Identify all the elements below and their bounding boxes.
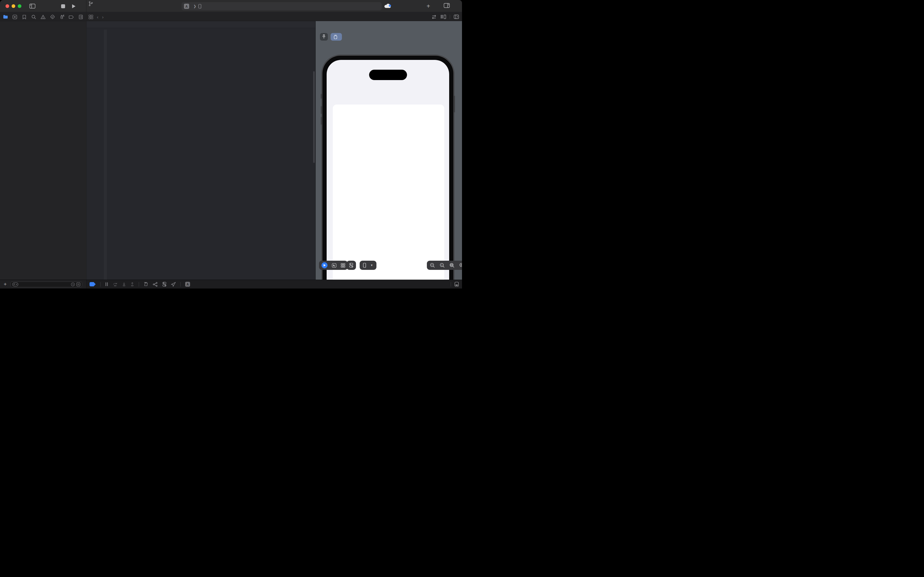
- app-icon: A: [184, 4, 189, 9]
- navigator-filter-bar: +: [0, 280, 87, 288]
- project-navigator-icon[interactable]: [3, 15, 8, 19]
- variants-preview-button[interactable]: [341, 263, 345, 268]
- find-navigator-icon[interactable]: [31, 15, 36, 19]
- tab-overview-icon[interactable]: [87, 13, 95, 21]
- minimize-window-button[interactable]: [11, 4, 15, 8]
- scheme-bar[interactable]: A ❯: [182, 2, 382, 10]
- navigator-strip: [0, 13, 87, 21]
- code-editor[interactable]: [87, 28, 316, 280]
- zoom-window-button[interactable]: [18, 4, 21, 8]
- phone-volume-up-button: [321, 106, 322, 114]
- add-editor-icon[interactable]: [454, 15, 459, 19]
- window-title-group: [89, 1, 95, 6]
- phone-side-button: [454, 96, 455, 113]
- forward-button[interactable]: ›: [100, 13, 105, 21]
- code-folding-ribbon: [104, 30, 107, 280]
- add-file-button[interactable]: +: [4, 281, 7, 287]
- editor-options-icon[interactable]: [440, 15, 446, 19]
- filter-field[interactable]: [10, 282, 82, 287]
- navtab-row: ‹ ›: [0, 13, 462, 21]
- recent-files-icon: [71, 282, 75, 286]
- run-button[interactable]: [72, 4, 76, 8]
- environment-overrides-button[interactable]: [162, 282, 167, 287]
- toggle-inspector-icon[interactable]: [444, 3, 450, 8]
- phone-icon: [363, 263, 366, 268]
- step-out-button[interactable]: [130, 282, 134, 286]
- dynamic-island: [369, 70, 407, 80]
- changes-navigator-icon[interactable]: [13, 15, 18, 19]
- toolbar: A ❯ +: [0, 0, 462, 12]
- tab-right-controls: [431, 13, 462, 21]
- zoom-in-button[interactable]: [459, 263, 462, 268]
- status-bar: + A: [0, 280, 462, 288]
- close-window-button[interactable]: [5, 4, 9, 8]
- chevron-down-icon: ▼: [370, 264, 373, 267]
- bookmarks-navigator-icon[interactable]: [22, 15, 27, 19]
- step-over-button[interactable]: [113, 282, 118, 286]
- editor-scrollbar[interactable]: [313, 71, 315, 163]
- editor-layout-icon[interactable]: [454, 282, 459, 287]
- related-items-icon[interactable]: [431, 15, 437, 19]
- issues-navigator-icon[interactable]: [41, 15, 45, 19]
- breakpoints-navigator-icon[interactable]: [69, 15, 74, 19]
- library-add-button[interactable]: +: [427, 3, 430, 10]
- zoom-fit-button[interactable]: [449, 263, 454, 268]
- phone-volume-down-button: [321, 117, 322, 125]
- step-into-button[interactable]: [122, 282, 126, 286]
- selectable-preview-button[interactable]: [332, 263, 336, 268]
- debug-navigator-icon[interactable]: [60, 15, 64, 19]
- preview-zoom-group: 1: [427, 261, 462, 270]
- preview-canvas: ▼ 1: [316, 21, 462, 280]
- zoom-100-button[interactable]: 1: [440, 263, 444, 268]
- simulate-location-button[interactable]: [171, 282, 176, 287]
- preview-target-pill[interactable]: [331, 33, 342, 41]
- svg-text:1: 1: [441, 264, 443, 266]
- zoom-out-button[interactable]: [430, 263, 435, 268]
- memory-graph-button[interactable]: [153, 282, 158, 287]
- breakpoints-toggle-button[interactable]: [90, 282, 96, 286]
- running-process-label[interactable]: A: [185, 282, 192, 287]
- xcode-window: A ❯ +: [0, 0, 462, 288]
- process-app-icon: A: [185, 282, 190, 287]
- branch-icon: [89, 1, 93, 6]
- phone-screen: [327, 60, 449, 280]
- iphone-preview-frame: [322, 55, 454, 280]
- pin-preview-button[interactable]: [320, 33, 328, 41]
- toggle-navigator-icon[interactable]: [29, 4, 35, 8]
- preview-device-selector[interactable]: ▼: [360, 261, 377, 270]
- stop-button[interactable]: [61, 4, 65, 8]
- landmark-list-card: [333, 105, 444, 280]
- project-navigator: [0, 21, 87, 280]
- pause-button[interactable]: [105, 282, 108, 286]
- debug-bar: A: [87, 280, 192, 288]
- tab-bar: ‹ ›: [87, 13, 462, 21]
- back-button[interactable]: ‹: [95, 13, 100, 21]
- reports-navigator-icon[interactable]: [78, 15, 83, 19]
- source-control-filter-icon: [76, 282, 80, 286]
- preview-canvas-icon: [334, 35, 337, 39]
- chevron-separator: ❯: [193, 4, 196, 8]
- toolbar-left: [0, 0, 87, 12]
- device-settings-button[interactable]: [346, 261, 356, 270]
- live-preview-button[interactable]: [322, 262, 328, 268]
- filter-menu-icon: [12, 282, 18, 286]
- phone-action-button: [321, 94, 322, 99]
- cloud-status-icon: [384, 3, 392, 9]
- jump-bar[interactable]: [87, 21, 316, 28]
- preview-mode-group: [319, 261, 348, 270]
- view-hierarchy-button[interactable]: [143, 282, 148, 287]
- tests-navigator-icon[interactable]: [50, 15, 55, 19]
- device-icon: [198, 4, 201, 8]
